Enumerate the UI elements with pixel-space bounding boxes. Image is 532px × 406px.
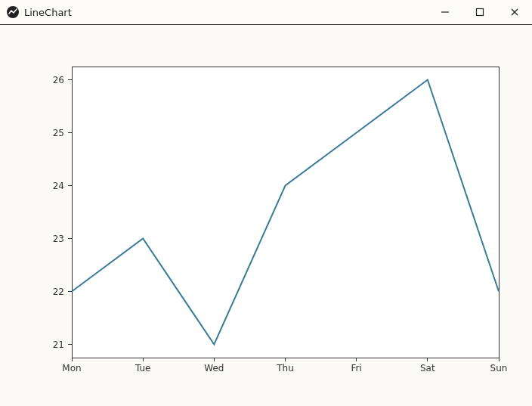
x-tick-label: Sun [490,363,508,373]
y-tick-label: 26 [53,75,64,85]
x-tick-label: Fri [351,363,362,373]
svg-rect-2 [477,9,484,16]
y-tick-label: 25 [53,128,64,138]
x-tick-label: Thu [276,363,294,373]
app-icon [6,5,20,19]
minimize-button[interactable] [428,0,462,24]
titlebar[interactable]: LineChart [0,0,532,25]
plot-frame [72,67,499,358]
y-tick-label: 24 [53,181,64,191]
y-tick-label: 21 [53,339,64,350]
x-tick-label: Tue [135,363,151,373]
maximize-button[interactable] [462,0,497,24]
chart-area: 212223242526MonTueWedThuFriSatSun [0,25,532,406]
window-title: LineChart [24,7,72,18]
x-tick-label: Sat [420,363,435,373]
line-chart: 212223242526MonTueWedThuFriSatSun [0,25,532,406]
app-window: LineChart 212223242526MonTueWedThuFriSat… [0,0,532,406]
x-tick-label: Mon [62,363,81,373]
y-tick-label: 22 [53,287,64,297]
window-controls [428,0,532,24]
y-tick-label: 23 [53,234,64,244]
close-button[interactable] [497,0,532,24]
x-tick-label: Wed [204,363,224,373]
